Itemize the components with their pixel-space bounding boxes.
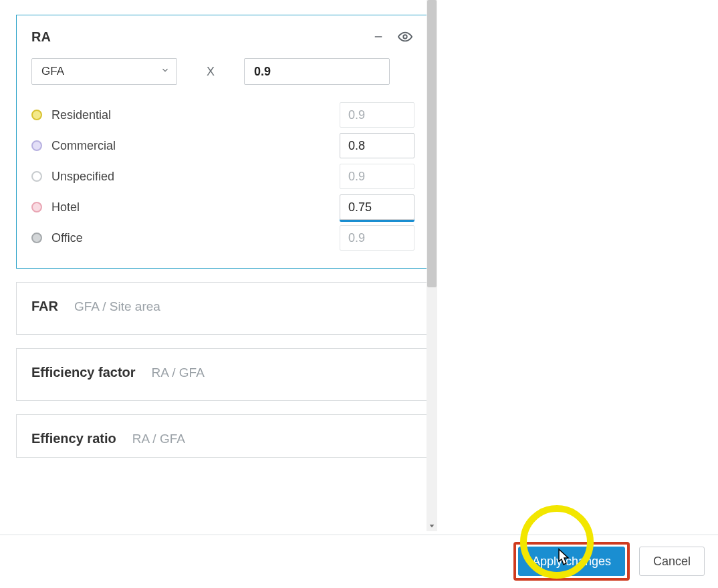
cancel-label: Cancel <box>653 555 691 569</box>
apply-changes-label: Apply changes <box>532 555 611 569</box>
scrollbar[interactable] <box>427 0 437 531</box>
ra-card-title: RA <box>31 29 51 45</box>
dialog-footer: Apply changes Cancel <box>0 535 718 588</box>
efficiency-factor-card[interactable]: Efficiency factor RA / GFA <box>16 348 430 401</box>
use-label: Office <box>51 231 83 245</box>
use-factor-input[interactable]: 0.75 <box>340 194 414 220</box>
chevron-down-icon <box>160 65 170 78</box>
ra-default-factor-input[interactable]: 0.9 <box>244 58 390 85</box>
use-row: Residential 0.9 <box>31 100 414 130</box>
ra-basis-select[interactable]: GFA <box>31 58 177 85</box>
use-factor-input[interactable]: 0.9 <box>340 164 414 189</box>
use-label: Unspecified <box>51 170 114 184</box>
metric-formula: RA / GFA <box>152 365 205 380</box>
use-label: Hotel <box>51 200 80 214</box>
use-color-dot <box>31 202 42 212</box>
use-color-dot <box>31 140 42 151</box>
use-row: Commercial 0.8 <box>31 130 414 161</box>
metric-title: FAR <box>31 299 58 314</box>
collapse-icon[interactable] <box>369 27 388 46</box>
ra-default-factor-value: 0.9 <box>254 65 271 79</box>
scrollbar-down-icon[interactable] <box>427 521 437 531</box>
use-label: Commercial <box>51 139 116 153</box>
use-color-dot <box>31 171 42 182</box>
scrollbar-thumb[interactable] <box>427 0 437 287</box>
use-row: Hotel 0.75 <box>31 192 414 223</box>
metric-title: Efficiency factor <box>31 365 136 380</box>
use-color-dot <box>31 110 42 120</box>
apply-changes-button[interactable]: Apply changes <box>518 547 625 576</box>
multiply-symbol: X <box>191 65 231 79</box>
use-factor-input[interactable]: 0.8 <box>340 133 414 158</box>
use-color-dot <box>31 233 42 243</box>
use-factor-input[interactable]: 0.9 <box>340 225 414 251</box>
use-factor-input[interactable]: 0.9 <box>340 102 414 128</box>
ra-basis-select-value: GFA <box>41 65 64 78</box>
use-label: Residential <box>51 108 111 122</box>
metric-formula: GFA / Site area <box>74 299 160 314</box>
metric-title: Effiency ratio <box>31 431 116 446</box>
metric-formula: RA / GFA <box>132 432 185 446</box>
settings-scroll-region: RA GFA X 0.9 Residenti <box>0 0 443 535</box>
svg-point-1 <box>403 35 407 39</box>
far-card[interactable]: FAR GFA / Site area <box>16 282 430 335</box>
ra-use-rows: Residential 0.9 Commercial 0.8 Unspecifi… <box>17 97 429 268</box>
use-row: Unspecified 0.9 <box>31 161 414 192</box>
visibility-icon[interactable] <box>396 27 414 46</box>
cancel-button[interactable]: Cancel <box>639 547 705 576</box>
apply-button-highlight: Apply changes <box>513 542 630 581</box>
use-row: Office 0.9 <box>31 223 414 253</box>
efficiency-ratio-card[interactable]: Effiency ratio RA / GFA <box>16 414 430 458</box>
ra-card: RA GFA X 0.9 Residenti <box>16 15 430 269</box>
svg-marker-2 <box>430 525 435 527</box>
